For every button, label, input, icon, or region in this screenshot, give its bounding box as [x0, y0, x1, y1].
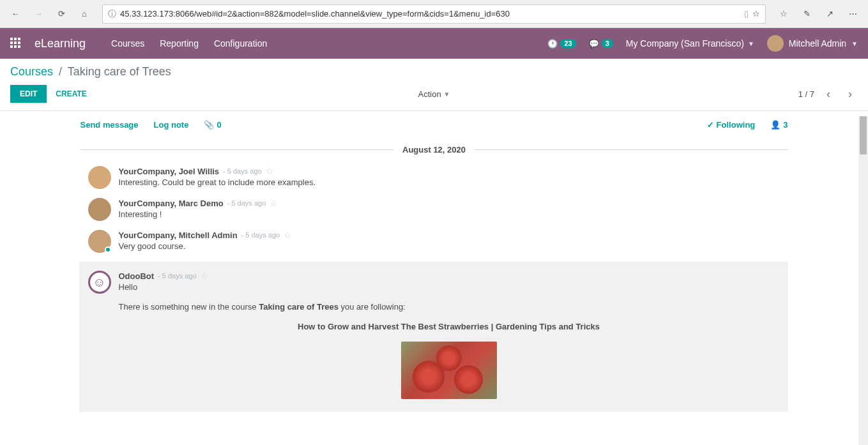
reader-icon[interactable]: ▯ — [744, 9, 749, 19]
message-author: YourCompany, Marc Demo — [119, 199, 224, 208]
message-time: - 5 days ago — [158, 272, 197, 280]
content-thumbnail[interactable] — [401, 342, 497, 399]
edit-button[interactable]: Edit — [10, 85, 47, 103]
message: YourCompany, Marc Demo - 5 days ago ☆ In… — [80, 198, 788, 221]
message-text: Interesting ! — [119, 209, 788, 219]
action-dropdown[interactable]: Action ▼ — [418, 89, 450, 99]
favorites-icon[interactable]: ☆ — [773, 4, 794, 24]
address-bar[interactable]: ⓘ ▯ ☆ — [102, 4, 766, 24]
attachments-button[interactable]: 📎 0 — [204, 120, 221, 130]
back-button[interactable]: ← — [5, 4, 26, 24]
person-icon: 👤 — [770, 120, 780, 130]
avatar — [88, 198, 111, 221]
message-text: Interesting. Could be great to include m… — [119, 177, 788, 187]
clock-icon: 🕐 — [547, 39, 558, 49]
followers-button[interactable]: 👤 3 — [770, 120, 788, 130]
url-input[interactable] — [120, 9, 740, 19]
top-nav: eLearning Courses Reporting Configuratio… — [0, 28, 868, 59]
star-icon[interactable]: ☆ — [270, 198, 278, 208]
odoobot-line: There is something new in the course Tak… — [119, 302, 779, 312]
more-icon[interactable]: ⋯ — [842, 4, 863, 24]
discuss-button[interactable]: 💬 3 — [589, 39, 613, 49]
star-icon[interactable]: ☆ — [284, 230, 292, 240]
apps-icon[interactable] — [10, 38, 22, 49]
check-icon: ✓ — [707, 120, 714, 130]
pen-icon[interactable]: ✎ — [796, 4, 817, 24]
pager: 1 / 7 ‹ › — [798, 86, 858, 102]
following-button[interactable]: ✓ Following — [707, 120, 756, 130]
forward-button[interactable]: → — [28, 4, 49, 24]
star-icon[interactable]: ☆ — [201, 271, 209, 281]
message: YourCompany, Joel Willis - 5 days ago ☆ … — [80, 166, 788, 189]
caret-icon: ▼ — [851, 40, 858, 47]
send-message-button[interactable]: Send message — [80, 120, 139, 130]
discuss-count: 3 — [602, 39, 613, 48]
paperclip-icon: 📎 — [204, 120, 214, 130]
pager-text: 1 / 7 — [798, 89, 814, 99]
nav-configuration[interactable]: Configuration — [214, 38, 267, 49]
scrollbar-thumb[interactable] — [860, 116, 867, 155]
avatar — [88, 230, 111, 253]
info-icon: ⓘ — [108, 8, 116, 20]
chatter: Send message Log note 📎 0 ✓ Following 👤 … — [70, 111, 798, 412]
breadcrumb-root[interactable]: Courses — [10, 65, 53, 78]
odoobot-hello: Hello — [119, 282, 779, 292]
message-time: - 5 days ago — [223, 167, 262, 175]
pager-next[interactable]: › — [842, 86, 858, 102]
user-menu[interactable]: Mitchell Admin ▼ — [767, 35, 858, 52]
online-indicator — [105, 246, 111, 253]
breadcrumb: Courses / Taking care of Trees — [0, 59, 868, 79]
message-time: - 5 days ago — [227, 199, 266, 207]
message: YourCompany, Mitchell Admin - 5 days ago… — [80, 230, 788, 253]
avatar — [767, 35, 784, 52]
company-selector[interactable]: My Company (San Francisco) ▼ — [626, 38, 754, 49]
content-title: How to Grow and Harvest The Best Strawbe… — [119, 322, 779, 331]
home-button[interactable]: ⌂ — [74, 4, 95, 24]
share-icon[interactable]: ↗ — [819, 4, 840, 24]
activity-count: 23 — [560, 39, 575, 48]
message-text: Very good course. — [119, 241, 788, 251]
star-icon[interactable]: ☆ — [266, 166, 274, 176]
scrollbar[interactable] — [858, 116, 868, 412]
odoobot-avatar: ☺ — [88, 271, 111, 294]
breadcrumb-current: Taking care of Trees — [68, 65, 171, 78]
browser-chrome: ← → ⟳ ⌂ ⓘ ▯ ☆ ☆ ✎ ↗ ⋯ — [0, 0, 868, 28]
caret-icon: ▼ — [444, 91, 450, 98]
nav-reporting[interactable]: Reporting — [160, 38, 199, 49]
message-time: - 5 days ago — [241, 231, 280, 239]
chat-icon: 💬 — [589, 39, 599, 49]
pager-prev[interactable]: ‹ — [821, 86, 836, 102]
odoobot-message: ☺ OdooBot - 5 days ago ☆ Hello There is … — [79, 262, 788, 412]
caret-icon: ▼ — [748, 40, 754, 47]
message-author: YourCompany, Mitchell Admin — [119, 230, 238, 240]
message-author: OdooBot — [119, 271, 155, 281]
message-author: YourCompany, Joel Willis — [119, 167, 220, 176]
log-note-button[interactable]: Log note — [154, 120, 189, 130]
create-button[interactable]: Create — [56, 89, 86, 98]
favorite-icon[interactable]: ☆ — [752, 9, 760, 19]
refresh-button[interactable]: ⟳ — [51, 4, 72, 24]
activity-button[interactable]: 🕐 23 — [547, 39, 575, 49]
brand[interactable]: eLearning — [34, 37, 86, 50]
nav-courses[interactable]: Courses — [111, 38, 144, 49]
chatter-top: Send message Log note 📎 0 ✓ Following 👤 … — [80, 111, 788, 139]
action-bar: Edit Create Action ▼ 1 / 7 ‹ › — [0, 79, 868, 111]
avatar — [88, 166, 111, 189]
date-divider: August 12, 2020 — [80, 145, 788, 155]
